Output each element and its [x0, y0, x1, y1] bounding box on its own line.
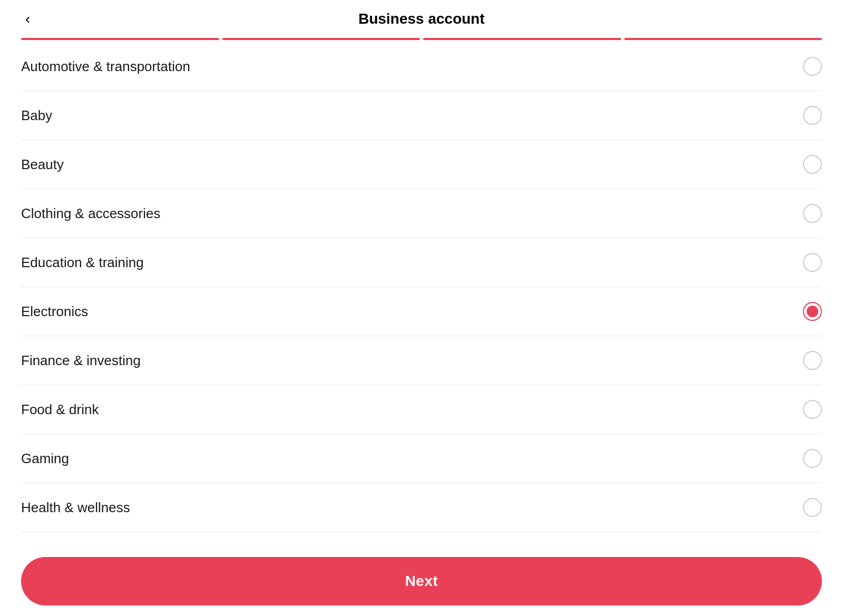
radio-finance[interactable]: [803, 351, 822, 370]
category-item-electronics[interactable]: Electronics: [21, 287, 822, 336]
page-title: Business account: [358, 11, 485, 27]
category-item-clothing[interactable]: Clothing & accessories: [21, 189, 822, 238]
category-item-gaming[interactable]: Gaming: [21, 434, 822, 483]
category-item-food[interactable]: Food & drink: [21, 385, 822, 434]
progress-segment-2: [222, 38, 420, 40]
back-button[interactable]: ‹: [21, 6, 34, 32]
category-item-health[interactable]: Health & wellness: [21, 483, 822, 532]
category-item-education[interactable]: Education & training: [21, 238, 822, 287]
radio-beauty[interactable]: [803, 155, 822, 174]
page-container: ‹ Business account Automotive & transpor…: [0, 0, 843, 616]
category-list: Automotive & transportation Baby Beauty …: [0, 42, 843, 616]
next-button-container: Next: [0, 546, 843, 616]
radio-health[interactable]: [803, 498, 822, 517]
category-label-automotive: Automotive & transportation: [21, 58, 190, 75]
radio-education[interactable]: [803, 253, 822, 272]
radio-automotive[interactable]: [803, 57, 822, 76]
category-label-education: Education & training: [21, 255, 144, 271]
category-label-baby: Baby: [21, 107, 52, 124]
radio-electronics[interactable]: [803, 302, 822, 321]
progress-segment-4: [624, 38, 822, 40]
radio-gaming[interactable]: [803, 449, 822, 468]
category-label-electronics: Electronics: [21, 304, 88, 320]
category-label-gaming: Gaming: [21, 451, 69, 467]
radio-clothing[interactable]: [803, 204, 822, 223]
category-label-beauty: Beauty: [21, 157, 64, 173]
progress-bar: [0, 38, 843, 40]
header: ‹ Business account: [0, 0, 843, 38]
next-button[interactable]: Next: [21, 557, 822, 605]
radio-food[interactable]: [803, 400, 822, 419]
radio-baby[interactable]: [803, 106, 822, 125]
category-item-baby[interactable]: Baby: [21, 91, 822, 140]
category-label-food: Food & drink: [21, 402, 99, 418]
category-item-automotive[interactable]: Automotive & transportation: [21, 42, 822, 91]
category-label-health: Health & wellness: [21, 500, 130, 516]
category-label-clothing: Clothing & accessories: [21, 206, 160, 222]
category-item-beauty[interactable]: Beauty: [21, 140, 822, 189]
progress-segment-3: [423, 38, 621, 40]
category-label-finance: Finance & investing: [21, 353, 141, 369]
category-item-finance[interactable]: Finance & investing: [21, 336, 822, 385]
progress-segment-1: [21, 38, 219, 40]
